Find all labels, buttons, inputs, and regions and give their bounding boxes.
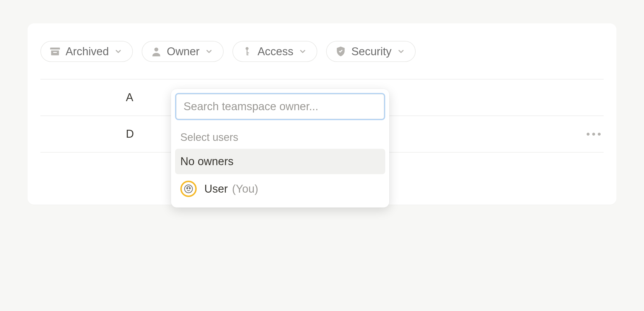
ellipsis-icon: [598, 133, 601, 136]
search-focus-ring: [175, 93, 385, 120]
filter-security-label: Security: [351, 46, 391, 57]
chevron-down-icon: [205, 47, 213, 56]
person-icon: [150, 46, 162, 57]
owner-filter-dropdown: Select users No owners User (You): [171, 89, 389, 208]
content-card: Archived Owner Access: [28, 23, 616, 205]
owner-search-input[interactable]: [184, 100, 377, 113]
owner-option-label: No owners: [180, 155, 234, 168]
chevron-down-icon: [299, 47, 307, 56]
svg-point-0: [154, 48, 158, 51]
more-actions-button[interactable]: [587, 133, 604, 136]
chevron-down-icon: [114, 47, 122, 56]
filter-access[interactable]: Access: [232, 41, 317, 62]
owner-option-name: User: [204, 183, 228, 195]
ellipsis-icon: [587, 133, 590, 136]
filter-owner[interactable]: Owner: [142, 41, 224, 62]
owner-option-you-suffix: (You): [232, 183, 258, 195]
owner-option-no-owners[interactable]: No owners: [175, 149, 385, 174]
key-icon: [241, 46, 253, 57]
shield-check-icon: [335, 46, 347, 57]
dropdown-section-label: Select users: [175, 120, 385, 149]
filter-row: Archived Owner Access: [40, 41, 604, 62]
svg-rect-4: [246, 54, 249, 55]
chevron-down-icon: [397, 47, 405, 56]
svg-point-7: [189, 188, 191, 189]
filter-security[interactable]: Security: [326, 41, 415, 62]
svg-rect-3: [246, 52, 249, 53]
filter-archived[interactable]: Archived: [40, 41, 133, 62]
ellipsis-icon: [592, 133, 595, 136]
filter-access-label: Access: [258, 46, 293, 57]
search-input-wrapper: [176, 94, 384, 119]
owner-option-current-user[interactable]: User (You): [175, 174, 385, 203]
svg-point-6: [187, 188, 188, 189]
list-item-label: D: [40, 128, 134, 140]
filter-archived-label: Archived: [66, 46, 109, 57]
filter-owner-label: Owner: [167, 46, 200, 57]
avatar: [180, 181, 197, 197]
list-item-label: A: [40, 91, 133, 104]
archive-icon: [49, 46, 61, 57]
svg-point-5: [185, 185, 193, 193]
